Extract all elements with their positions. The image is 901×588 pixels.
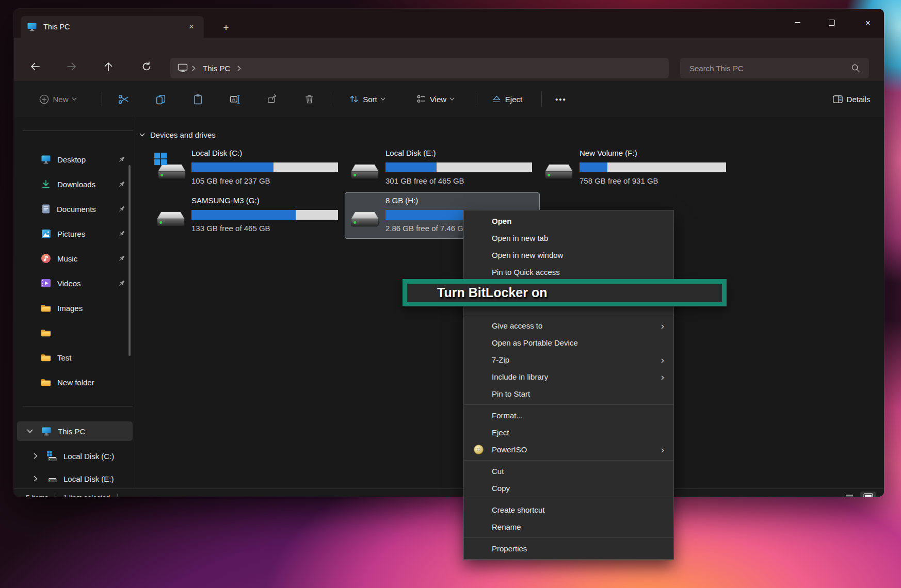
chevron-down-icon: [72, 96, 77, 102]
menu-item-label: Copy: [492, 484, 673, 493]
sidebar-item-documents[interactable]: Documents: [17, 199, 133, 219]
refresh-button[interactable]: [137, 57, 156, 76]
menu-item-give-access-to[interactable]: Give access to›: [464, 317, 673, 334]
menu-item-pin-to-quick-access[interactable]: Pin to Quick access: [464, 264, 673, 281]
back-button[interactable]: [26, 57, 44, 76]
sidebar-item-new-folder[interactable]: New folder: [17, 372, 133, 392]
sidebar-item-folder[interactable]: [17, 323, 133, 342]
menu-item-rename[interactable]: Rename: [464, 518, 673, 535]
drive-tile-local-disk-c[interactable]: Local Disk (C:) 105 GB free of 237 GB: [151, 145, 346, 191]
downloads-icon: [41, 179, 51, 189]
menu-item-cut[interactable]: Cut: [464, 463, 673, 480]
search-box[interactable]: [680, 58, 869, 78]
menu-item-create-shortcut[interactable]: Create shortcut: [464, 501, 673, 518]
menu-item-label: 7-Zip: [492, 355, 661, 364]
submenu-arrow-icon: ›: [661, 321, 664, 331]
close-button[interactable]: ×: [856, 15, 880, 30]
share-button[interactable]: [262, 89, 282, 109]
menu-item-include-in-library[interactable]: Include in library›: [464, 368, 673, 385]
view-button[interactable]: View: [408, 89, 462, 109]
thumbnail-view-button[interactable]: [860, 492, 876, 497]
chevron-right-icon[interactable]: [33, 476, 39, 482]
drive-name: SAMSUNG-M3 (G:): [191, 196, 260, 205]
search-icon[interactable]: [850, 63, 861, 73]
sidebar-item-desktop[interactable]: Desktop: [17, 150, 133, 169]
sidebar-item-label: Music: [57, 254, 118, 263]
maximize-button[interactable]: [820, 15, 844, 30]
menu-item-pin-to-start[interactable]: Pin to Start: [464, 385, 673, 402]
sidebar-item-music[interactable]: Music: [17, 249, 133, 268]
tab-this-pc[interactable]: This PC ×: [21, 16, 204, 38]
folder-icon: [41, 304, 51, 312]
menu-item-eject[interactable]: Eject: [464, 424, 673, 441]
menu-group: Cut Copy: [464, 461, 673, 499]
details-pane-button[interactable]: Details: [824, 89, 881, 109]
drive-name: Local Disk (C:): [191, 149, 242, 157]
rename-button[interactable]: A: [224, 89, 245, 109]
forward-button[interactable]: [62, 57, 81, 76]
drive-usage-fill: [191, 162, 273, 172]
rename-icon: A: [229, 93, 241, 105]
paste-button[interactable]: [187, 89, 208, 109]
sidebar-item-local-disk-c[interactable]: Local Disk (C:): [17, 446, 133, 466]
desktop-wallpaper: This PC × + ×: [0, 0, 901, 588]
svg-text:A: A: [232, 96, 235, 102]
sort-button[interactable]: Sort: [342, 89, 392, 109]
sort-label: Sort: [363, 95, 377, 104]
chevron-right-icon[interactable]: [33, 453, 39, 459]
sidebar-item-local-disk-e[interactable]: Local Disk (E:): [17, 470, 133, 487]
menu-item-format[interactable]: Format...: [464, 407, 673, 424]
copy-button[interactable]: [150, 89, 171, 109]
sidebar-item-pictures[interactable]: Pictures: [17, 224, 133, 243]
breadcrumb-this-pc[interactable]: This PC: [203, 64, 230, 73]
submenu-arrow-icon: ›: [661, 445, 664, 454]
sidebar-scrollbar[interactable]: [128, 165, 131, 356]
menu-item-copy[interactable]: Copy: [464, 480, 673, 497]
windows-logo-icon: [154, 153, 167, 166]
drive-usage-bar: [191, 210, 338, 220]
cut-button[interactable]: [113, 89, 134, 109]
tab-close-icon[interactable]: ×: [186, 22, 197, 32]
section-devices-and-drives[interactable]: Devices and drives: [139, 130, 216, 139]
chevron-down-icon[interactable]: [27, 428, 33, 434]
new-button[interactable]: New: [27, 89, 89, 109]
maximize-icon: [829, 20, 835, 26]
menu-item-open-in-new-window[interactable]: Open in new window: [464, 247, 673, 264]
pictures-icon: [41, 229, 51, 239]
details-view-button[interactable]: [842, 492, 857, 497]
address-bar[interactable]: This PC: [170, 58, 669, 78]
menu-item-open-in-new-tab[interactable]: Open in new tab: [464, 230, 673, 247]
ellipsis-icon: •••: [555, 95, 567, 104]
minimize-button[interactable]: [785, 15, 809, 30]
drive-tile-samsung-m3-g[interactable]: SAMSUNG-M3 (G:) 133 GB free of 465 GB: [151, 192, 346, 239]
eject-icon: [491, 94, 502, 105]
minimize-icon: [795, 22, 800, 23]
sidebar-item-downloads[interactable]: Downloads: [17, 174, 133, 194]
drive-tile-local-disk-e[interactable]: Local Disk (E:) 301 GB free of 465 GB: [345, 145, 540, 191]
more-options-button[interactable]: •••: [550, 89, 572, 109]
eject-button[interactable]: Eject: [485, 89, 532, 109]
drive-name: 8 GB (H:): [385, 196, 418, 205]
menu-item-poweriso[interactable]: PowerISO›: [464, 441, 673, 458]
up-button[interactable]: [99, 57, 118, 76]
bitlocker-annotation-highlight[interactable]: Turn BitLocker on: [403, 279, 727, 306]
music-icon: [41, 253, 51, 264]
search-input[interactable]: [688, 63, 850, 73]
new-tab-button[interactable]: +: [219, 21, 233, 35]
delete-button[interactable]: [299, 89, 319, 109]
menu-item-properties[interactable]: Properties: [464, 540, 673, 557]
drive-tile-new-volume-f[interactable]: New Volume (F:) 758 GB free of 931 GB: [539, 145, 734, 191]
videos-icon: [41, 279, 51, 288]
menu-item-7-zip[interactable]: 7-Zip›: [464, 351, 673, 368]
sidebar-item-test[interactable]: Test: [17, 348, 133, 367]
chevron-down-icon[interactable]: [139, 132, 145, 138]
sidebar-item-videos[interactable]: Videos: [17, 273, 133, 293]
menu-item-label: Open in new tab: [492, 234, 673, 242]
sidebar-item-images[interactable]: Images: [17, 298, 133, 318]
menu-item-open-as-portable-device[interactable]: Open as Portable Device: [464, 334, 673, 351]
sidebar-item-this-pc[interactable]: This PC: [17, 421, 133, 441]
this-pc-icon: [41, 427, 52, 436]
menu-item-open[interactable]: Open: [464, 213, 673, 230]
drive-free-space: 2.86 GB free of 7.46 GB: [385, 224, 469, 233]
item-count: 5 items: [26, 494, 49, 497]
